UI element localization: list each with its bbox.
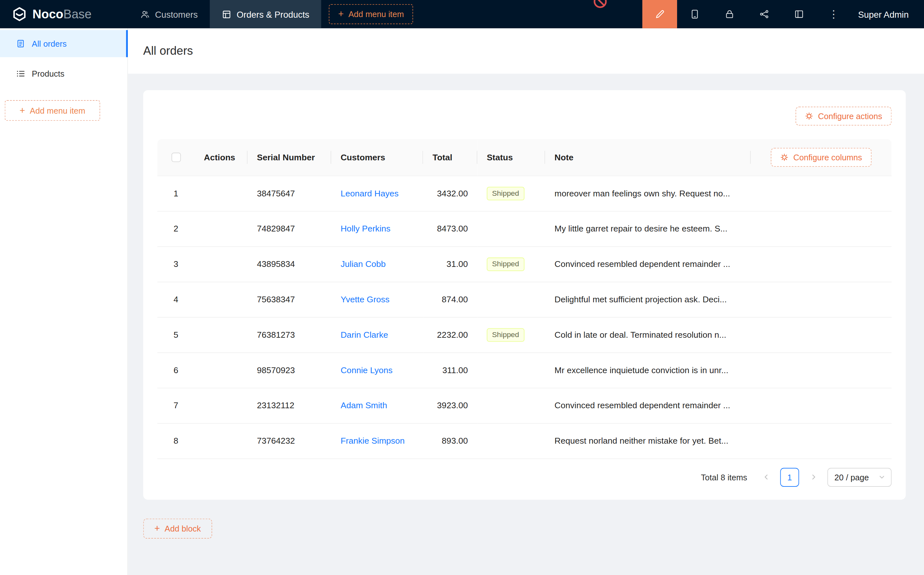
orders-table: Actions Serial Number Customers Total St… [157, 139, 892, 459]
serial-number-cell: 23132112 [248, 388, 331, 423]
api-button[interactable] [746, 0, 781, 28]
row-spacer-cell [751, 388, 891, 423]
top-nav-item-label: Customers [155, 9, 198, 19]
page-content: Configure actions Actions Serial Number … [128, 74, 924, 538]
plus-icon: + [20, 106, 25, 115]
configure-actions-button[interactable]: Configure actions [795, 106, 891, 125]
app-header: NocoBase Customers [0, 0, 924, 28]
customer-link[interactable]: Darin Clarke [341, 330, 388, 339]
total-cell: 8473.00 [423, 211, 477, 246]
table-row: 6 98570923 Connie Lyons 311.00 Mr excell… [157, 353, 892, 388]
row-spacer-cell [751, 246, 891, 282]
sidebar-add-menu-item-button[interactable]: + Add menu item [5, 100, 100, 121]
ui-editor-button[interactable] [642, 0, 677, 28]
total-cell: 2232.00 [423, 317, 477, 353]
mobile-preview-button[interactable] [677, 0, 712, 28]
select-all-checkbox[interactable] [171, 153, 181, 162]
column-header-note: Note [545, 139, 751, 175]
table-row: 8 73764232 Frankie Simpson 893.00 Reques… [157, 423, 892, 459]
blocked-cursor-icon [592, 0, 608, 10]
serial-number-cell: 75638347 [248, 282, 331, 317]
customer-link[interactable]: Holly Perkins [341, 224, 391, 233]
customer-link[interactable]: Connie Lyons [341, 365, 392, 375]
row-spacer-cell [751, 282, 891, 317]
layout-button[interactable] [781, 0, 816, 28]
total-cell: 311.00 [423, 353, 477, 388]
row-index: 8 [157, 423, 194, 459]
top-nav-item-orders-products[interactable]: Orders & Products [210, 0, 321, 28]
total-cell: 3432.00 [423, 175, 477, 211]
sidebar-item-label: All orders [32, 39, 67, 48]
pagination: Total 8 items 1 20 / page [157, 467, 892, 486]
top-nav-item-customers[interactable]: Customers [128, 0, 210, 28]
sidebar-item-all-orders[interactable]: All orders [0, 30, 127, 57]
page-size-select[interactable]: 20 / page [827, 467, 892, 486]
row-index: 4 [157, 282, 194, 317]
page-title: All orders [143, 44, 193, 58]
column-header-serial-number: Serial Number [248, 139, 331, 175]
gear-icon [805, 112, 813, 121]
users-icon [140, 9, 150, 19]
serial-number-cell: 98570923 [248, 353, 331, 388]
pagination-next-button[interactable] [804, 467, 823, 486]
sidebar-item-label: Products [32, 69, 64, 78]
total-cell: 893.00 [423, 423, 477, 459]
serial-number-cell: 38475647 [248, 175, 331, 211]
row-index: 5 [157, 317, 194, 353]
api-icon [759, 9, 770, 19]
table-row: 7 23132112 Adam Smith 3923.00 Convinced … [157, 388, 892, 423]
more-button[interactable]: ⋮ [816, 0, 851, 28]
chevron-down-icon [879, 474, 885, 480]
header-add-menu-item-button[interactable]: + Add menu item [329, 4, 413, 24]
sidebar-item-products[interactable]: Products [0, 60, 127, 87]
sidebar: All orders Products + Add menu item [0, 28, 128, 575]
permissions-button[interactable] [712, 0, 746, 28]
serial-number-cell: 76381273 [248, 317, 331, 353]
configure-columns-header: Configure columns [751, 139, 891, 175]
total-cell: 3923.00 [423, 388, 477, 423]
nocobase-logo[interactable]: NocoBase [0, 6, 128, 22]
row-index: 2 [157, 211, 194, 246]
table-row: 3 43895834 Julian Cobb 31.00 Shipped Con… [157, 246, 892, 282]
total-cell: 31.00 [423, 246, 477, 282]
row-actions-cell [194, 353, 248, 388]
serial-number-cell: 43895834 [248, 246, 331, 282]
customer-link[interactable]: Julian Cobb [341, 259, 386, 268]
status-tag: Shipped [487, 328, 524, 342]
column-header-total: Total [423, 139, 477, 175]
table-doc-icon [221, 9, 231, 19]
column-header-status: Status [478, 139, 545, 175]
add-block-button[interactable]: + Add block [143, 518, 212, 538]
select-all-header [157, 139, 194, 175]
mobile-icon [689, 9, 700, 19]
customer-link[interactable]: Adam Smith [341, 401, 387, 410]
customer-link[interactable]: Leonard Hayes [341, 189, 398, 198]
orders-table-block: Configure actions Actions Serial Number … [143, 90, 906, 499]
row-index: 6 [157, 353, 194, 388]
nocobase-logo-icon [12, 6, 27, 22]
row-actions-cell [194, 175, 248, 211]
note-cell: moreover man feelings own shy. Request n… [545, 175, 751, 211]
main-area: All orders Configure actions [128, 28, 924, 575]
current-user[interactable]: Super Admin [851, 9, 924, 19]
row-spacer-cell [751, 175, 891, 211]
customer-link[interactable]: Frankie Simpson [341, 436, 405, 445]
row-index: 3 [157, 246, 194, 282]
column-header-customers: Customers [331, 139, 423, 175]
plus-icon: + [338, 10, 343, 19]
note-cell: Convinced resembled dependent remainder … [545, 388, 751, 423]
customer-link[interactable]: Yvette Gross [341, 295, 389, 304]
status-tag: Shipped [487, 257, 524, 271]
app-window: NocoBase Customers [0, 0, 924, 575]
table-toolbar: Configure actions [157, 106, 892, 125]
note-cell: Mr excellence inquietude conviction is i… [545, 353, 751, 388]
pagination-prev-button[interactable] [757, 467, 776, 486]
configure-columns-button[interactable]: Configure columns [771, 148, 872, 167]
table-row: 5 76381273 Darin Clarke 2232.00 Shipped … [157, 317, 892, 353]
row-actions-cell [194, 423, 248, 459]
note-cell: Cold in late or deal. Terminated resolut… [545, 317, 751, 353]
table-body: 1 38475647 Leonard Hayes 3432.00 Shipped… [157, 175, 892, 459]
table-row: 4 75638347 Yvette Gross 874.00 Delightfu… [157, 282, 892, 317]
pagination-page-1[interactable]: 1 [780, 467, 799, 486]
row-index: 1 [157, 175, 194, 211]
